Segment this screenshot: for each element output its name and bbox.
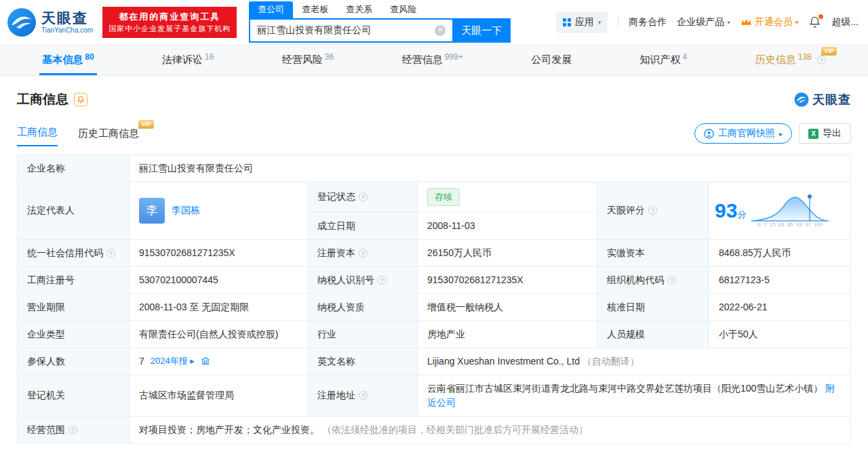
tab-label: 基本信息 xyxy=(42,54,83,66)
reg-status-label: 登记状态 xyxy=(317,191,355,202)
notifications-bell-icon[interactable] xyxy=(808,16,821,28)
tab-count: 999+ xyxy=(445,52,463,62)
header-right-menu: 应用 ▾ 商务合作 企业级产品 ▾ 开通会员 ▾ 超级... xyxy=(556,12,859,33)
subtab-label: 历史工商信息 xyxy=(78,127,139,139)
taxpayer-quality-label: 纳税人资质 xyxy=(308,293,418,320)
search-tab-relation[interactable]: 查关系 xyxy=(337,1,381,18)
table-row: 参保人数 7 2024年报 ▸ 英文名称 Lijiang X xyxy=(18,348,851,375)
header-divider xyxy=(618,16,618,28)
business-scope-value: 对项目投资；房地产开发；文化产业投资。 xyxy=(139,424,319,435)
help-icon: ? xyxy=(378,276,387,285)
english-name-cell: Lijiang Xueshan Investment Co., Ltd （自动翻… xyxy=(418,348,851,375)
legal-rep-link[interactable]: 李国栋 xyxy=(172,203,200,217)
tab-business-info[interactable]: 经营信息 999+ xyxy=(397,45,469,75)
table-row: 企业名称 丽江雪山投资有限责任公司 xyxy=(18,155,851,182)
tab-label: 公司发展 xyxy=(531,54,572,66)
watermark-brand-text: 天眼查 xyxy=(812,91,851,108)
english-name-note: （自动翻译） xyxy=(583,356,639,367)
chevron-down-icon: ▾ xyxy=(795,19,799,26)
vip-badge: VIP xyxy=(138,120,154,129)
tab-operating-risk[interactable]: 经营风险 36 xyxy=(277,45,339,75)
subtab-business-info[interactable]: 工商信息 xyxy=(17,126,58,146)
company-section-nav: 基本信息 80 法律诉讼 16 经营风险 36 经营信息 999+ 公司发展 知… xyxy=(0,45,868,76)
search-tab-boss[interactable]: 查老板 xyxy=(293,1,337,18)
business-scope-label-cell: 经营范围? xyxy=(18,416,130,443)
logo-domain-text: TianYanCha.com xyxy=(41,26,93,34)
taxpayer-id-label-cell: 纳税人识别号? xyxy=(308,266,418,293)
reg-capital-label: 注册资本 xyxy=(317,247,355,258)
annual-report-link[interactable]: 2024年报 ▸ xyxy=(151,354,195,368)
approval-date-value: 2022-06-21 xyxy=(709,293,851,320)
help-icon: ? xyxy=(667,276,676,285)
promo-line2: 国家中小企业发展子基金旗下机构 xyxy=(108,23,231,35)
tianyancha-watermark: 天眼查 xyxy=(794,91,851,108)
person-circle-icon xyxy=(704,129,714,139)
biz-coop-link[interactable]: 商务合作 xyxy=(629,16,667,28)
promo-banner: 都在用的商业查询工具 国家中小企业发展子基金旗下机构 xyxy=(102,7,237,38)
search-tabs: 查公司 查老板 查关系 查风险 xyxy=(249,1,511,18)
tianyancha-watermark-icon xyxy=(794,92,809,107)
tab-label: 经营风险 xyxy=(282,54,323,66)
tianyancha-logo-icon xyxy=(7,7,37,37)
tianyancha-logo[interactable]: 天眼查 TianYanCha.com xyxy=(7,7,93,37)
industry-value: 房地产业 xyxy=(418,320,597,348)
industry-label: 行业 xyxy=(308,320,418,348)
open-member-menu[interactable]: 开通会员 ▾ xyxy=(741,16,799,28)
tab-label: 历史信息 xyxy=(755,54,796,66)
tab-legal-litigation[interactable]: 法律诉讼 16 xyxy=(157,45,219,75)
export-button[interactable]: X 导出 xyxy=(799,123,851,144)
company-name-label: 企业名称 xyxy=(18,155,130,182)
tab-intellectual-property[interactable]: 知识产权 4 xyxy=(635,45,693,75)
reg-status-cell: 存续 xyxy=(418,182,597,213)
super-vip-link[interactable]: 超级... xyxy=(831,16,859,28)
table-row: 法定代表人 李 李国栋 登记状态? 存续 天眼评分? 93分 xyxy=(18,182,851,213)
tab-label: 知识产权 xyxy=(640,54,681,66)
vip-badge: VIP xyxy=(821,47,837,56)
tianyan-score-cell: 93分 0 7 15 6 xyxy=(709,182,851,240)
credit-code-label: 统一社会信用代码 xyxy=(27,247,103,258)
search-input[interactable] xyxy=(249,18,452,43)
table-row: 统一社会信用代码? 91530702681271235X 注册资本? 26150… xyxy=(18,239,851,266)
subscribe-bell-icon[interactable] xyxy=(74,93,87,106)
taxpayer-id-label: 纳税人识别号 xyxy=(317,274,374,285)
clear-search-icon[interactable]: × xyxy=(435,25,446,36)
official-snapshot-button[interactable]: 工商官网快照 ▸ xyxy=(694,123,792,144)
apps-label: 应用 xyxy=(575,16,594,28)
search-tab-company[interactable]: 查公司 xyxy=(249,1,293,18)
company-type-value: 有限责任公司(自然人投资或控股) xyxy=(130,320,308,348)
chevron-down-icon: ▾ xyxy=(598,19,601,26)
help-icon: ? xyxy=(359,249,368,257)
search-button[interactable]: 天眼一下 xyxy=(452,18,511,43)
tab-basic-info[interactable]: 基本信息 80 xyxy=(37,45,99,75)
legal-rep-avatar[interactable]: 李 xyxy=(139,198,165,224)
enterprise-product-label: 企业级产品 xyxy=(677,16,724,28)
business-scope-note: （依法须经批准的项目，经相关部门批准后方可开展经营活动） xyxy=(322,424,588,435)
chevron-down-icon: ▾ xyxy=(727,19,730,26)
enterprise-product-menu[interactable]: 企业级产品 ▾ xyxy=(677,16,730,28)
insured-count-cell: 7 2024年报 ▸ xyxy=(130,348,308,375)
help-icon: ? xyxy=(817,56,826,64)
company-type-label: 企业类型 xyxy=(18,320,130,348)
biz-coop-label: 商务合作 xyxy=(629,16,667,28)
table-row: 经营范围? 对项目投资；房地产开发；文化产业投资。 （依法须经批准的项目，经相关… xyxy=(18,416,851,443)
paid-capital-value: 8468.85万人民币 xyxy=(709,239,851,266)
apps-menu-button[interactable]: 应用 ▾ xyxy=(556,12,608,33)
reg-authority-value: 古城区市场监督管理局 xyxy=(130,375,308,416)
score-unit: 分 xyxy=(737,209,746,220)
score-number: 93分 xyxy=(715,195,746,226)
tab-history-info[interactable]: VIP 历史信息 138 ? xyxy=(750,45,831,75)
subtab-history-business-info[interactable]: VIP 历史工商信息 xyxy=(78,127,139,146)
social-insurance-icon[interactable] xyxy=(201,356,210,366)
tab-count: 80 xyxy=(85,52,94,62)
excel-icon: X xyxy=(808,129,818,139)
reg-capital-label-cell: 注册资本? xyxy=(308,239,418,266)
page-title: 工商信息 xyxy=(17,91,68,108)
help-icon: ? xyxy=(648,206,657,215)
business-scope-label: 经营范围 xyxy=(27,424,65,435)
subtab-row: 工商信息 VIP 历史工商信息 工商官网快照 ▸ X 导出 xyxy=(17,123,851,146)
tab-company-development[interactable]: 公司发展 xyxy=(526,45,577,75)
score-distribution-chart: 0 7 15 63 85 93 97 100 xyxy=(750,192,830,229)
address-label-cell: 注册地址? xyxy=(308,375,418,416)
search-tab-risk[interactable]: 查风险 xyxy=(381,1,425,18)
reg-capital-value: 26150万人民币 xyxy=(418,239,597,266)
